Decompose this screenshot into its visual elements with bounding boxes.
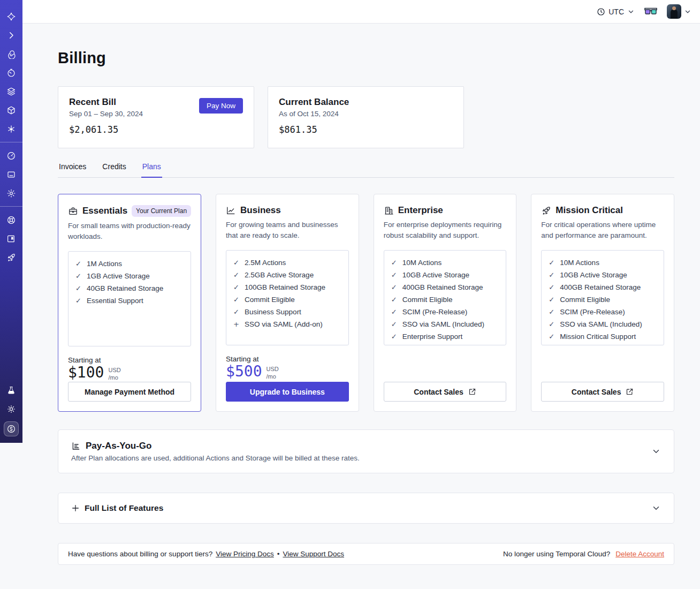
timezone-label: UTC — [608, 7, 624, 16]
plan-feature: ✓ 400GB Retained Storage — [549, 283, 657, 291]
contact-sales-button[interactable]: Contact Sales — [384, 382, 507, 402]
billing-tabs: Invoices Credits Plans — [58, 162, 674, 178]
feature-label: 10GB Active Storage — [402, 271, 469, 279]
sidebar-item-billing-active[interactable] — [4, 421, 19, 436]
plan-name: Business — [240, 205, 281, 216]
footer-question: Have questions about billing or support … — [68, 550, 212, 558]
price-block: Starting at $100 USD /mo — [68, 356, 191, 382]
pay-as-you-go-expander[interactable]: Pay-As-You-Go After Plan allocations are… — [58, 429, 674, 473]
avatar — [667, 4, 681, 19]
gauge-icon[interactable] — [6, 151, 16, 161]
timer-icon[interactable] — [6, 68, 16, 78]
feature-label: 400GB Retained Storage — [402, 283, 483, 291]
period-label: /mo — [108, 374, 120, 381]
feature-mark-icon: ✓ — [549, 333, 556, 341]
temporal-logo-icon[interactable] — [6, 12, 16, 21]
briefcase-icon — [68, 206, 78, 216]
feature-mark-icon: ✓ — [391, 259, 398, 267]
plan-description: For enterprise deployments requiring rob… — [384, 220, 507, 241]
rocket-icon[interactable] — [6, 253, 16, 262]
lifebuoy-icon[interactable] — [6, 215, 16, 225]
plan-feature-list: ✓ 10M Actions ✓ 10GB Active Storage ✓ 40… — [384, 250, 507, 345]
spiral-icon[interactable] — [6, 49, 16, 59]
plan-feature: ✓ 1GB Active Storage — [75, 272, 184, 280]
footer-separator: • — [277, 550, 280, 558]
dollar-coin-icon — [6, 424, 16, 434]
chevron-down-icon[interactable] — [651, 503, 661, 513]
chevron-right-icon[interactable] — [6, 31, 16, 40]
theme-glasses-button[interactable] — [644, 7, 657, 16]
feature-label: 1M Actions — [87, 260, 122, 268]
tab-plans[interactable]: Plans — [141, 162, 162, 177]
account-menu[interactable] — [667, 4, 691, 19]
feature-mark-icon: ✓ — [391, 308, 398, 316]
cube-icon[interactable] — [6, 105, 16, 115]
current-balance-amount: $861.35 — [279, 124, 453, 135]
plan-description: For growing teams and businesses that ar… — [226, 220, 349, 241]
feature-mark-icon: ✓ — [549, 283, 556, 291]
chevron-down-icon[interactable] — [651, 447, 661, 456]
tab-invoices[interactable]: Invoices — [58, 162, 87, 177]
plan-feature-list: ✓ 10M Actions ✓ 10GB Active Storage ✓ 40… — [541, 250, 664, 345]
view-pricing-docs-link[interactable]: View Pricing Docs — [216, 550, 274, 558]
plan-feature: ✓ 2.5GB Active Storage — [233, 271, 341, 279]
pay-now-button[interactable]: Pay Now — [199, 98, 243, 114]
layers-icon[interactable] — [6, 87, 16, 96]
feature-mark-icon: ✓ — [549, 259, 556, 267]
current-balance-date: As of Oct 15, 2024 — [279, 110, 453, 118]
plan-card-mission-critical: Mission Critical For critical operations… — [531, 194, 674, 412]
plan-feature: ✓ Commit Eligible — [549, 296, 657, 304]
feature-mark-icon: + — [233, 320, 240, 328]
feature-label: Commit Eligible — [245, 296, 295, 304]
manage-payment-method-button[interactable]: Manage Payment Method — [68, 382, 191, 402]
plan-name: Mission Critical — [556, 205, 623, 216]
external-link-icon — [626, 388, 634, 396]
plan-feature: ✓ 40GB Retained Storage — [75, 284, 184, 292]
plan-card-business: Business For growing teams and businesse… — [216, 194, 359, 412]
payg-title: Pay-As-You-Go — [86, 441, 151, 451]
feature-label: 2.5M Actions — [245, 259, 286, 267]
plan-feature: ✓ Commit Eligible — [391, 296, 499, 304]
view-support-docs-link[interactable]: View Support Docs — [283, 550, 344, 558]
plan-feature: ✓ SSO via SAML (Included) — [391, 320, 499, 328]
feature-label: SCIM (Pre-Release) — [402, 308, 468, 316]
topbar: UTC — [22, 0, 700, 24]
contact-sales-button[interactable]: Contact Sales — [541, 382, 664, 402]
feature-label: Commit Eligible — [402, 296, 453, 304]
sun-icon[interactable] — [6, 404, 16, 414]
current-plan-badge: Your Current Plan — [132, 205, 191, 217]
feature-mark-icon: ✓ — [391, 333, 398, 341]
upgrade-to-business-button[interactable]: Upgrade to Business — [226, 382, 349, 402]
full-features-expander[interactable]: Full List of Features — [58, 493, 674, 524]
external-link-icon — [468, 388, 476, 396]
timezone-picker[interactable]: UTC — [597, 7, 635, 16]
feature-label: 10M Actions — [560, 259, 599, 267]
book-icon[interactable] — [6, 234, 16, 244]
feature-mark-icon: ✓ — [75, 272, 82, 280]
plan-feature-list: ✓ 1M Actions ✓ 1GB Active Storage ✓ 40GB… — [68, 251, 191, 346]
feature-mark-icon: ✓ — [549, 308, 556, 316]
feature-mark-icon: ✓ — [75, 260, 82, 268]
feature-mark-icon: ✓ — [75, 284, 82, 292]
plan-feature: ✓ 10GB Active Storage — [391, 271, 499, 279]
plan-card-essentials: Essentials Your Current Plan For small t… — [58, 194, 201, 412]
clock-icon — [597, 7, 605, 16]
plan-feature: ✓ Business Support — [233, 308, 341, 316]
line-chart-icon — [226, 206, 236, 216]
feature-label: Essential Support — [87, 297, 143, 305]
flask-icon[interactable] — [6, 386, 16, 395]
asterisk-icon[interactable] — [6, 124, 16, 134]
tab-credits[interactable]: Credits — [101, 162, 127, 177]
chevron-down-icon — [627, 8, 635, 16]
feature-mark-icon: ✓ — [549, 320, 556, 328]
plan-feature: ✓ 2.5M Actions — [233, 259, 341, 267]
feature-label: Business Support — [245, 308, 301, 316]
rocket-icon — [541, 206, 551, 216]
gear-icon[interactable] — [6, 188, 16, 198]
footer-bar: Have questions about billing or support … — [58, 543, 674, 565]
delete-account-link[interactable]: Delete Account — [615, 550, 664, 558]
invoice-icon[interactable] — [6, 170, 16, 179]
current-balance-title: Current Balance — [279, 97, 453, 108]
feature-mark-icon: ✓ — [75, 297, 82, 305]
price-block: Starting at $500 USD /mo — [226, 355, 349, 381]
